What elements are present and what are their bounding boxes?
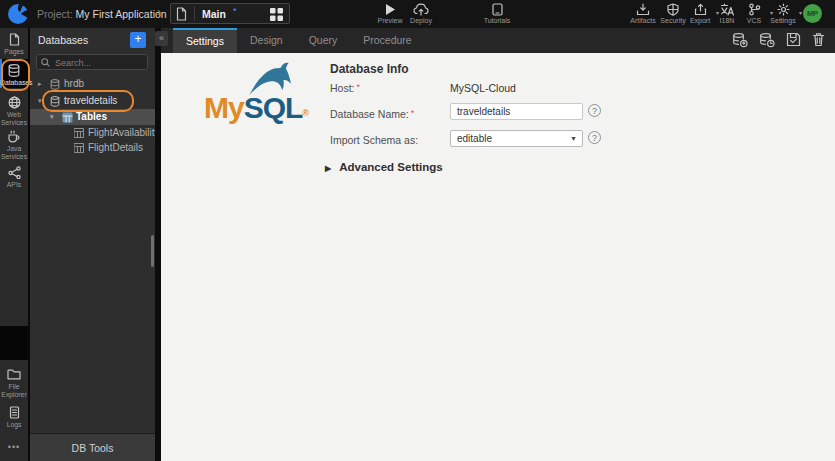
pages-icon	[0, 33, 28, 46]
pages-label: Pages	[0, 48, 28, 56]
vcs-button[interactable]: ▾ VCS	[739, 3, 769, 24]
registered-mark: ®	[302, 108, 309, 118]
export-label: Export	[685, 17, 715, 24]
tree-node-tables[interactable]: ▾ Tables	[30, 109, 155, 125]
db-reimport-icon[interactable]	[732, 32, 748, 48]
search-icon	[41, 58, 50, 67]
panel-scrollbar-thumb[interactable]	[151, 235, 154, 267]
database-name-input[interactable]	[450, 103, 583, 120]
export-icon: ▾	[685, 3, 715, 16]
topbar: Project:My First Application › Main * Pr…	[0, 0, 835, 28]
settings-button[interactable]: ▾ Settings	[768, 3, 798, 24]
tab-query[interactable]: Query	[296, 28, 351, 53]
pages-grid-icon[interactable]	[270, 8, 283, 21]
web-services-label: Web Services	[0, 111, 28, 126]
deploy-cloud-icon	[406, 3, 436, 16]
security-label: Security	[658, 17, 688, 24]
database-node-icon	[50, 96, 60, 107]
database-name-help-icon[interactable]: ?	[588, 104, 601, 117]
deploy-button[interactable]: Deploy	[406, 3, 436, 24]
panel-title: Databases	[38, 34, 88, 46]
tutorials-icon	[482, 3, 512, 16]
tree-node-traveldetails[interactable]: ▾ traveldetails	[30, 93, 155, 109]
web-services-globe-icon	[0, 96, 28, 109]
preview-label: Preview	[375, 17, 405, 24]
left-sidebar: Pages Databases Web Services Java Servic…	[0, 28, 30, 461]
section-heading: Database Info	[330, 62, 409, 76]
workspace-name: Main	[202, 8, 226, 20]
database-search-input[interactable]	[53, 56, 147, 70]
more-dots-icon: •••	[0, 444, 28, 452]
expander-expanded-icon[interactable]: ▾	[50, 113, 54, 121]
mysql-wordmark-sql: SQL	[244, 91, 303, 124]
security-button[interactable]: Security	[658, 3, 688, 24]
sidebar-item-apis[interactable]: APIs	[0, 166, 28, 189]
required-marker: *	[357, 82, 361, 92]
settings-gear-icon: ▾	[768, 3, 798, 16]
table-node-icon	[74, 128, 84, 138]
apis-icon	[0, 166, 28, 179]
project-name: My First Application	[76, 8, 167, 20]
tab-settings[interactable]: Settings	[173, 28, 237, 53]
import-schema-select[interactable]: editable ▼	[450, 130, 583, 147]
sidebar-item-web-services[interactable]: Web Services	[0, 96, 28, 126]
tree-node-label: traveldetails	[64, 95, 117, 106]
tutorials-button[interactable]: Tutorials	[482, 3, 512, 24]
sidebar-item-file-explorer[interactable]: File Explorer	[0, 368, 28, 398]
delete-icon[interactable]	[812, 32, 825, 48]
tree-node-label: FlightDetails	[88, 142, 143, 153]
sidebar-item-databases[interactable]: Databases	[0, 64, 28, 87]
logs-icon	[0, 406, 28, 419]
expander-expanded-icon[interactable]: ▾	[38, 97, 42, 105]
apis-label: APIs	[0, 181, 28, 189]
database-search-box[interactable]	[36, 54, 148, 70]
tree-node-flightavailability[interactable]: FlightAvailability	[30, 125, 155, 141]
breadcrumb-chevron-icon: ›	[157, 5, 161, 19]
i18n-translate-icon	[712, 3, 742, 16]
tree-node-label: Tables	[76, 111, 107, 122]
artifacts-label: Artifacts	[628, 17, 658, 24]
expander-collapsed-icon[interactable]: ▸	[38, 80, 42, 88]
databases-panel: Databases + ▸ hrdb ▾ traveldetails ▾ Tab…	[30, 28, 155, 461]
import-schema-help-icon[interactable]: ?	[588, 131, 601, 144]
tutorials-label: Tutorials	[482, 17, 512, 24]
tree-node-flightdetails[interactable]: FlightDetails	[30, 140, 155, 156]
db-tools-button[interactable]: DB Tools	[30, 433, 155, 461]
project-label: Project:	[37, 8, 73, 20]
host-label: Host:*	[330, 82, 360, 94]
export-button[interactable]: ▾ Export	[685, 3, 715, 24]
save-icon[interactable]	[786, 32, 801, 48]
i18n-button[interactable]: I18N	[712, 3, 742, 24]
artifacts-button[interactable]: Artifacts	[628, 3, 658, 24]
add-database-button[interactable]: +	[130, 32, 146, 48]
mysql-wordmark-my: My	[204, 91, 244, 124]
database-node-icon	[50, 79, 60, 90]
sidebar-item-logs[interactable]: Logs	[0, 406, 28, 429]
logs-label: Logs	[0, 421, 28, 429]
sidebar-item-java-services[interactable]: Java Services	[0, 130, 28, 160]
database-name-label: Database Name:*	[330, 108, 414, 120]
deploy-label: Deploy	[406, 17, 436, 24]
settings-label: Settings	[768, 17, 798, 24]
import-schema-value: editable	[457, 133, 492, 144]
workspace-selector[interactable]: Main *	[170, 3, 290, 24]
sidebar-more-button[interactable]: •••	[0, 442, 28, 452]
wavemaker-logo-icon[interactable]	[7, 3, 29, 25]
file-explorer-folder-icon	[0, 368, 28, 381]
project-breadcrumb: Project:My First Application	[37, 8, 167, 20]
java-services-label: Java Services	[0, 145, 28, 160]
panel-collapse-button[interactable]: «	[155, 31, 168, 46]
sidebar-item-pages[interactable]: Pages	[0, 33, 28, 56]
mysql-wordmark: MySQL®	[204, 91, 309, 125]
user-avatar[interactable]: MP	[803, 4, 822, 23]
editor-tabbar: Settings Design Query Procedure	[161, 28, 835, 53]
preview-icon	[375, 3, 405, 16]
preview-button[interactable]: Preview	[375, 3, 405, 24]
table-node-icon	[74, 143, 84, 153]
tree-node-hrdb[interactable]: ▸ hrdb	[30, 76, 155, 92]
tab-design[interactable]: Design	[237, 28, 296, 53]
java-services-cup-icon	[0, 130, 28, 143]
db-sync-icon[interactable]	[759, 32, 775, 48]
tab-procedure[interactable]: Procedure	[350, 28, 424, 53]
advanced-settings-toggle[interactable]: ▶Advanced Settings	[325, 161, 443, 173]
